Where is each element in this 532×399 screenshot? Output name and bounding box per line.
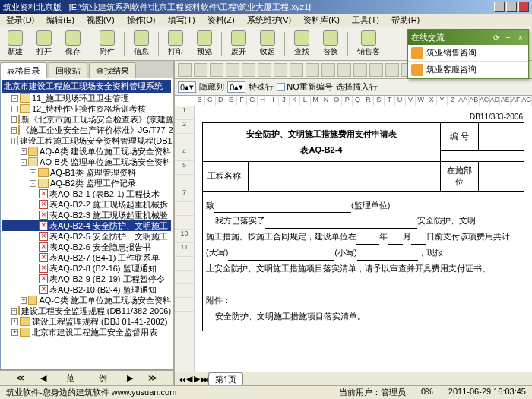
- expand-icon[interactable]: -: [11, 95, 18, 102]
- tree-item[interactable]: ✕表AQ-B2-6 安全隐患报告书: [2, 242, 171, 252]
- tree-item[interactable]: +AQ-B1类 监理管理资料: [2, 167, 171, 178]
- menu-help[interactable]: 帮助(H): [388, 14, 423, 27]
- expand-icon[interactable]: +: [21, 148, 27, 155]
- expand-icon[interactable]: -: [30, 180, 36, 187]
- tree-item[interactable]: +新《北京市施工现场安全检查表》(京建施: [2, 114, 171, 125]
- tree-item[interactable]: +AQ-C类 施工单位施工现场安全资料: [2, 295, 171, 306]
- menu-library[interactable]: 资料库(K): [300, 14, 343, 27]
- menu-view[interactable]: 视图(V): [84, 14, 118, 27]
- nav-last-icon[interactable]: ≫: [148, 373, 157, 383]
- menu-login[interactable]: 登录(D): [3, 14, 37, 27]
- tb-sales[interactable]: 销售客: [353, 29, 385, 59]
- project-name-field[interactable]: [249, 161, 441, 191]
- doc-tb-btn[interactable]: [178, 63, 192, 77]
- hide-col-spinner[interactable]: 0 ▴▾: [178, 81, 196, 93]
- doc-tb-btn[interactable]: [226, 63, 239, 77]
- expand-icon[interactable]: +: [11, 127, 17, 134]
- tree-item[interactable]: -AQ-B类 监理单位施工现场安全资料: [2, 157, 171, 167]
- page-tab[interactable]: 第1页: [208, 372, 243, 386]
- tb-find[interactable]: 查找: [290, 29, 314, 59]
- tb-open[interactable]: 打开: [32, 29, 56, 59]
- tree-item[interactable]: -11_施工现场环卫卫生管理: [2, 93, 171, 103]
- expand-icon[interactable]: +: [11, 116, 17, 123]
- tree-item[interactable]: ✕表AQ-B2-2 施工现场起重机械拆: [2, 199, 171, 210]
- page-last-icon[interactable]: ⏭: [201, 375, 208, 384]
- nav-next-label[interactable]: 例: [94, 372, 112, 385]
- tb-preview[interactable]: 预览: [192, 29, 217, 59]
- close-button[interactable]: [518, 2, 529, 12]
- doc-tb-btn[interactable]: [258, 63, 271, 77]
- nav-next-icon[interactable]: ▶: [127, 373, 133, 383]
- doc-tb-btn[interactable]: [274, 63, 287, 77]
- tree-item[interactable]: +建设工程监理规程 (DBJ 01-41-2002): [2, 316, 171, 327]
- expand-icon[interactable]: +: [30, 169, 36, 176]
- chat-minimize-icon[interactable]: −: [504, 33, 513, 42]
- tree-item[interactable]: ✕表AQ-B2-9 (B2-19) 工程暂停令: [2, 274, 171, 284]
- chat-refresh-icon[interactable]: ⟳: [492, 33, 501, 42]
- nav-first-icon[interactable]: ≪: [16, 373, 25, 383]
- doc-tb-btn[interactable]: [194, 63, 207, 77]
- expand-icon[interactable]: -: [11, 138, 15, 144]
- expand-icon[interactable]: -: [11, 106, 18, 112]
- chat-panel-header[interactable]: 在线交流 ⟳ − ×: [408, 30, 528, 45]
- tree-item[interactable]: -建设工程施工现场安全资料管理规程(DB11/: [2, 135, 171, 146]
- doc-tb-btn[interactable]: [306, 63, 319, 77]
- page-next-icon[interactable]: ▶: [193, 374, 201, 384]
- doc-tb-btn[interactable]: [321, 63, 335, 77]
- tab-recycle[interactable]: 回收站: [49, 62, 87, 78]
- menu-operate[interactable]: 操作(O): [124, 14, 159, 27]
- tree-item[interactable]: +《施工企业安全生产评价标准》JG/T77-20: [2, 125, 171, 135]
- tree-item[interactable]: ✕表AQ-B2-10 (B2-4) 监理通知: [2, 284, 171, 295]
- tree-item[interactable]: +北京市建设工程施工安全监督用表: [2, 327, 171, 337]
- menu-edit[interactable]: 编辑(E): [43, 14, 78, 27]
- doc-tb-btn[interactable]: [353, 63, 367, 77]
- page-first-icon[interactable]: ⏮: [178, 375, 185, 384]
- location-field[interactable]: [479, 161, 524, 191]
- menu-fill[interactable]: 填写(T): [165, 14, 198, 27]
- nav-prev-icon[interactable]: ◀: [40, 373, 46, 383]
- doc-tb-btn[interactable]: [242, 63, 255, 77]
- tree-item[interactable]: ✕表AQ-B2-3 施工现场起重机械验: [2, 210, 171, 220]
- insert-row-label[interactable]: 选择插入行: [336, 81, 378, 93]
- chat-row-support[interactable]: 筑业客服咨询: [408, 62, 528, 78]
- menu-material[interactable]: 资料(Z): [204, 14, 238, 27]
- tb-new[interactable]: 新建: [3, 29, 27, 59]
- expand-icon[interactable]: -: [21, 159, 27, 166]
- tree-item[interactable]: +建设工程安全监理规程 (DB11/382-2006): [2, 306, 171, 316]
- tb-expand[interactable]: 展开: [226, 29, 251, 59]
- menu-tools[interactable]: 工具(T): [349, 14, 382, 27]
- minimize-button[interactable]: [494, 2, 505, 12]
- nav-prev-label[interactable]: 范: [62, 372, 79, 385]
- tb-save[interactable]: 保存: [61, 29, 85, 59]
- doc-tb-btn[interactable]: [210, 63, 223, 77]
- maximize-button[interactable]: [506, 2, 517, 12]
- tab-search-results[interactable]: 查找结果: [89, 62, 136, 78]
- menu-maintain[interactable]: 系统维护(V): [244, 14, 295, 27]
- tb-replace[interactable]: 替换: [318, 29, 343, 59]
- doc-tb-btn[interactable]: [290, 63, 303, 77]
- tree-item[interactable]: ✕表AQ-B2-8 (B2-16) 监理通知: [2, 263, 171, 274]
- renumber-checkbox[interactable]: NO重新编号: [277, 81, 333, 93]
- tree-item[interactable]: ✕表AQ-B2-5 安全防护、文明施工: [2, 231, 171, 242]
- chat-close-icon[interactable]: ×: [516, 33, 525, 42]
- special-row-spinner[interactable]: 0 ▴▾: [227, 81, 245, 93]
- expand-icon[interactable]: +: [11, 318, 18, 325]
- tb-collapse[interactable]: 收起: [255, 29, 280, 59]
- number-field2[interactable]: [441, 150, 524, 161]
- tree-item[interactable]: -12_特种作业操作资格培训考核: [2, 103, 171, 114]
- number-field[interactable]: [479, 123, 524, 151]
- expand-icon[interactable]: +: [11, 329, 18, 336]
- document-page[interactable]: DB11/383-2006 安全防护、文明施工措施费用支付申请表表AQ-B2-4…: [195, 106, 532, 372]
- doc-tb-btn[interactable]: [369, 63, 383, 77]
- tb-info[interactable]: 信息: [129, 29, 154, 59]
- tree-item[interactable]: ✕表AQ-B2-1 (表B2-1) 工程技术: [2, 188, 171, 199]
- tab-catalog[interactable]: 表格目录: [0, 62, 47, 78]
- doc-tb-btn[interactable]: [385, 63, 399, 77]
- tree-item[interactable]: +AQ-A类 建设单位施工现场安全资料: [2, 146, 171, 157]
- tb-print[interactable]: 打印: [163, 29, 188, 59]
- doc-tb-btn[interactable]: [337, 63, 351, 77]
- tree-item[interactable]: ✕表AQ-B2-4 安全防护、文明施工: [2, 220, 171, 231]
- tb-attach[interactable]: 附件: [95, 29, 119, 59]
- page-prev-icon[interactable]: ◀: [185, 374, 193, 384]
- tree-header[interactable]: 北京市建设工程施工现场安全资料管理系统: [2, 80, 171, 93]
